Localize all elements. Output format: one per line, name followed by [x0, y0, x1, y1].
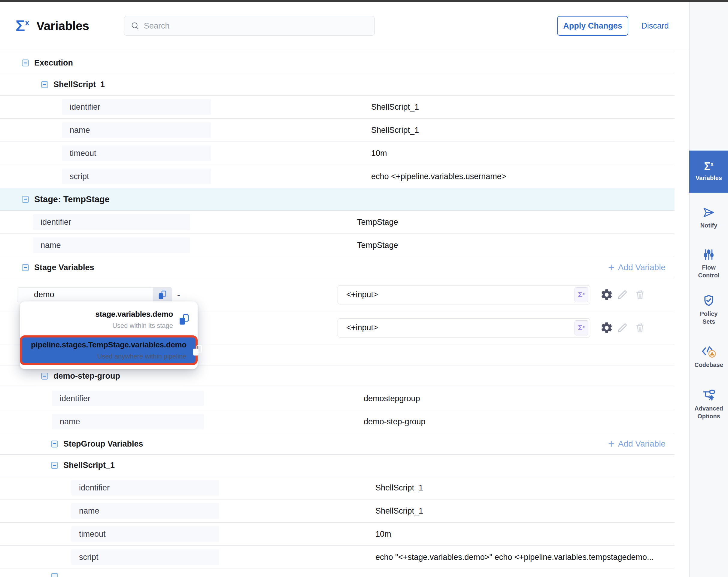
discard-button[interactable]: Discard	[639, 21, 672, 31]
field-label-pill: identifier	[52, 391, 204, 406]
copy-segment[interactable]	[153, 287, 172, 302]
sidebar-item-advanced-options[interactable]: Advanced Options	[690, 388, 728, 420]
search-input[interactable]	[144, 21, 354, 31]
plus-icon: +	[608, 262, 615, 273]
field-label-pill: timeout	[62, 146, 211, 161]
collapse-minus-icon[interactable]	[22, 59, 29, 67]
field-value: 10m	[371, 149, 387, 158]
code-warning-icon: !	[701, 344, 717, 358]
trash-icon[interactable]	[634, 289, 646, 301]
field-value: demo-step-group	[364, 417, 425, 426]
variable-value-input[interactable]: <+input>Σx	[338, 318, 590, 337]
popup-item-subtitle: Used within its stage	[29, 322, 173, 330]
window-top-strip	[0, 0, 728, 2]
group-label: demo-step-group	[53, 372, 120, 381]
collapse-minus-icon[interactable]	[51, 462, 58, 469]
field-label-pill: timeout	[71, 526, 219, 542]
field-value: demostepgroup	[364, 394, 420, 403]
copy-icon[interactable]	[159, 291, 166, 299]
collapse-minus-icon[interactable]	[22, 264, 29, 271]
expression-sigma-chip[interactable]: Σx	[574, 320, 588, 335]
group-label: ShellScript_1	[63, 461, 115, 470]
collapse-minus-icon[interactable]	[22, 196, 29, 203]
field-label-pill: script	[62, 169, 211, 184]
plus-icon: +	[608, 438, 615, 449]
field-label-pill: name	[71, 503, 219, 519]
copy-icon[interactable]	[180, 315, 189, 325]
group-label: ShellScript_1	[53, 80, 105, 89]
table-row: timeout10m	[0, 523, 675, 546]
table-row: scriptecho <+pipeline.variables.username…	[0, 165, 675, 188]
table-row: nameShellScript_1	[0, 119, 675, 142]
field-value: TempStage	[357, 241, 398, 250]
popup-item-stage-scope[interactable]: stage.variables.demo Used within its sta…	[20, 304, 198, 334]
collapse-minus-icon[interactable]	[41, 373, 48, 380]
variable-name-field[interactable]: demo	[17, 287, 172, 302]
table-row: namedemo-step-group	[0, 410, 675, 433]
popup-item-title: stage.variables.demo	[29, 309, 173, 319]
field-value: echo <+pipeline.variables.username>	[371, 172, 506, 181]
group-label: Execution	[34, 58, 73, 68]
table-row: nameTempStage	[0, 234, 675, 257]
table-row: nameShellScript_1	[0, 499, 675, 523]
variable-reference-popup: stage.variables.demo Used within its sta…	[20, 301, 198, 369]
variable-value-input[interactable]: <+input>Σx	[338, 285, 590, 304]
paper-plane-icon	[702, 206, 716, 219]
add-variable-button[interactable]: +Add Variable	[608, 438, 666, 449]
header: Σx Variables Apply Changes Discard	[0, 2, 689, 50]
table-row: StepGroup Variables+Add Variable	[0, 433, 675, 455]
field-label-pill: script	[71, 549, 219, 565]
field-label-pill: identifier	[33, 214, 190, 230]
collapse-icon-partial[interactable]	[51, 573, 58, 577]
pencil-icon[interactable]	[616, 289, 628, 301]
search-icon	[131, 21, 140, 30]
sidebar-item-codebase[interactable]: ! Codebase	[690, 344, 728, 369]
table-row: identifierShellScript_1	[0, 476, 675, 499]
sidebar-item-policy-sets[interactable]: Policy Sets	[690, 294, 728, 325]
field-value: TempStage	[357, 218, 398, 227]
search-box[interactable]	[124, 16, 375, 36]
add-variable-button[interactable]: +Add Variable	[608, 262, 666, 273]
gear-icon[interactable]	[600, 288, 613, 301]
table-row: ShellScript_1	[0, 455, 675, 476]
sidebar-item-variables[interactable]: Σx Variables	[689, 151, 728, 193]
apply-changes-button[interactable]: Apply Changes	[557, 16, 628, 36]
table-row: identifierdemostepgroup	[0, 387, 675, 410]
field-label-pill: name	[62, 122, 211, 138]
svg-text:!: !	[711, 352, 712, 355]
field-value: ShellScript_1	[371, 126, 419, 135]
table-row	[0, 569, 675, 577]
page-title: Variables	[36, 19, 89, 33]
group-label: Stage: TempStage	[34, 195, 110, 204]
collapse-minus-icon[interactable]	[41, 81, 48, 88]
table-row: Execution	[0, 52, 675, 74]
shield-check-icon	[702, 294, 716, 307]
field-value: 10m	[375, 529, 391, 539]
group-label: Stage Variables	[34, 263, 94, 272]
pencil-icon[interactable]	[616, 322, 628, 334]
expression-sigma-chip[interactable]: Σx	[574, 287, 588, 302]
popup-item-pipeline-scope[interactable]: pipeline.stages.TempStage.variables.demo…	[20, 335, 198, 365]
field-label-pill: identifier	[71, 480, 219, 496]
field-label-pill: name	[33, 237, 190, 253]
group-label: StepGroup Variables	[63, 440, 143, 449]
collapse-minus-icon[interactable]	[51, 441, 58, 448]
field-value: ShellScript_1	[375, 506, 423, 516]
copy-icon[interactable]	[193, 345, 202, 355]
right-sidebar: Σx Variables Notify Flow Control Policy …	[689, 2, 728, 577]
table-row: scriptecho "<+stage.variables.demo>" ech…	[0, 546, 675, 569]
table-row: Stage Variables+Add Variable	[0, 257, 675, 278]
field-value: ShellScript_1	[375, 483, 423, 493]
sidebar-item-flow-control[interactable]: Flow Control	[690, 248, 728, 279]
field-label-pill: name	[52, 414, 204, 429]
trash-icon[interactable]	[634, 322, 646, 334]
popup-item-text: stage.variables.demo Used within its sta…	[29, 309, 173, 330]
field-label-pill: identifier	[62, 99, 211, 115]
table-row: ShellScript_1	[0, 74, 675, 96]
popup-item-subtitle: Used anywhere within pipeline	[31, 352, 186, 360]
gear-icon[interactable]	[600, 321, 613, 334]
sidebar-item-notify[interactable]: Notify	[690, 206, 728, 230]
table-row: timeout10m	[0, 142, 675, 165]
table-row: identifierShellScript_1	[0, 96, 675, 119]
field-value: echo "<+stage.variables.demo>" echo <+pi…	[375, 553, 654, 562]
